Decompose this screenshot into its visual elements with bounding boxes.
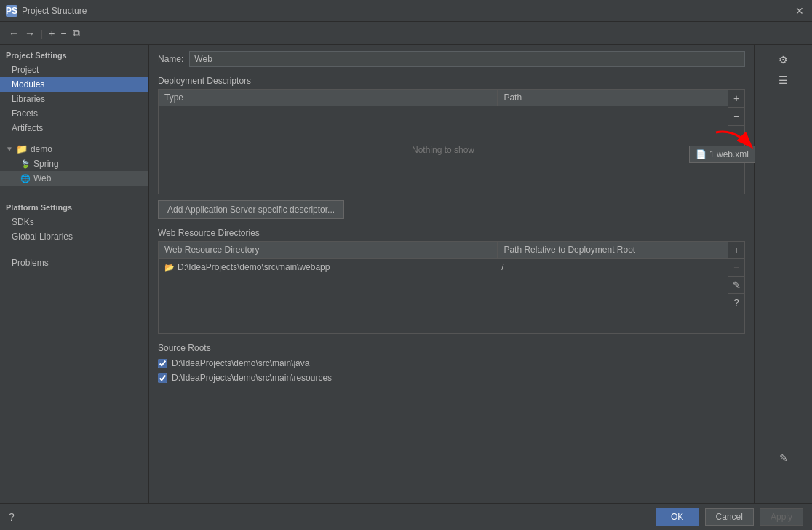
facets-label: Facets (12, 108, 38, 119)
main-content: Project Settings Project Modules Librari… (0, 45, 812, 503)
source-root-java-checkbox[interactable] (158, 359, 167, 368)
source-roots-section: Source Roots D:\IdeaProjects\demo\src\ma… (149, 340, 754, 385)
webxml-popup-container: 📄 1 web.xml (689, 146, 755, 163)
toolbar: ← → | + − ⧉ (0, 22, 812, 45)
forward-button[interactable]: → (22, 26, 38, 41)
wr-add-button[interactable]: + (728, 242, 744, 259)
wr-table-header: Web Resource Directory Path Relative to … (159, 242, 728, 258)
add-button[interactable]: + (46, 26, 57, 41)
help-button[interactable]: ? (9, 511, 15, 523)
tree-web[interactable]: 🌐 Web (0, 171, 148, 186)
web-label: Web (33, 173, 51, 183)
web-resource-title: Web Resource Directories (149, 225, 754, 241)
sidebar-item-global-libraries[interactable]: Global Libraries (0, 229, 148, 244)
remove-button[interactable]: − (57, 26, 69, 41)
source-root-java-path: D:\IdeaProjects\demo\src\main\java (172, 358, 309, 368)
tree-spring[interactable]: 🍃 Spring (0, 157, 148, 171)
spring-icon: 🍃 (20, 159, 31, 169)
dd-table-header: Type Path (159, 90, 728, 106)
global-libraries-label: Global Libraries (12, 232, 73, 242)
dir-icon: 📂 (164, 263, 175, 272)
dd-table: Type Path Nothing to show (159, 90, 728, 194)
wr-table-row: 📂 D:\IdeaProjects\demo\src\main\webapp / (159, 258, 728, 275)
sidebar-item-sdks[interactable]: SDKs (0, 215, 148, 229)
source-root-resources: D:\IdeaProjects\demo\src\main\resources (149, 371, 754, 385)
web-resource-section: Web Resource Directory Path Relative to … (158, 241, 745, 334)
dd-add-button[interactable]: + (728, 90, 744, 108)
sdks-label: SDKs (12, 217, 34, 227)
list-icon-btn[interactable]: ☰ (775, 71, 792, 89)
spring-label: Spring (33, 159, 59, 169)
back-button[interactable]: ← (6, 26, 22, 41)
apply-button[interactable]: Apply (760, 508, 803, 526)
sidebar-item-problems[interactable]: Problems (0, 256, 148, 270)
path-col-header: Path (498, 90, 728, 106)
edit-icon-btn[interactable]: ✎ (775, 449, 792, 467)
wr-col2-header: Path Relative to Deployment Root (498, 242, 728, 258)
close-button[interactable]: ✕ (793, 4, 806, 17)
webxml-label: 1 web.xml (709, 149, 749, 159)
source-root-resources-path: D:\IdeaProjects\demo\src\main\resources (172, 373, 332, 383)
ok-button[interactable]: OK (656, 508, 699, 526)
content-scroll: Name: Deployment Descriptors Type Path (149, 45, 754, 503)
sidebar-item-artifacts[interactable]: Artifacts (0, 121, 148, 135)
web-icon: 🌐 (20, 174, 31, 183)
add-descriptor-button[interactable]: Add Application Server specific descript… (158, 200, 344, 219)
name-label: Name: (158, 54, 183, 64)
problems-label: Problems (12, 258, 49, 268)
wr-rel-value: / (501, 262, 503, 272)
wr-col1-header: Web Resource Directory (159, 242, 498, 258)
source-root-java: D:\IdeaProjects\demo\src\main\java (149, 356, 754, 371)
sidebar-item-project[interactable]: Project (0, 63, 148, 77)
dd-table-body: Nothing to show (159, 106, 728, 194)
project-label: Project (12, 65, 39, 75)
wr-path-value: D:\IdeaProjects\demo\src\main\webapp (178, 262, 330, 272)
name-input[interactable] (189, 51, 745, 67)
app-icon: PS (6, 5, 17, 17)
expand-icon: ▼ (6, 145, 13, 153)
project-settings-heading: Project Settings (0, 45, 148, 63)
sidebar: Project Settings Project Modules Librari… (0, 45, 149, 503)
deployment-descriptors-title: Deployment Descriptors (149, 73, 754, 89)
name-row: Name: (149, 45, 754, 73)
sidebar-item-libraries[interactable]: Libraries (0, 92, 148, 106)
wr-help-button[interactable]: ? (728, 294, 744, 311)
webxml-icon: 📄 (696, 149, 706, 159)
source-roots-title: Source Roots (149, 340, 754, 356)
title-bar: PS Project Structure ✕ (0, 0, 812, 22)
right-panel: ⚙ ☰ 📄 1 web.xml (754, 45, 812, 503)
deployment-descriptors-section: Type Path Nothing to show + − (158, 89, 745, 194)
dd-side-buttons: + − (728, 90, 744, 194)
dd-table-wrap: Type Path Nothing to show + − (158, 89, 745, 194)
source-root-resources-checkbox[interactable] (158, 373, 167, 383)
webxml-popup[interactable]: 📄 1 web.xml (689, 146, 755, 163)
cancel-button[interactable]: Cancel (705, 508, 754, 526)
tree-demo[interactable]: ▼ 📁 demo (0, 141, 148, 157)
window-controls: ✕ (793, 4, 806, 17)
libraries-label: Libraries (12, 94, 45, 104)
bottom-bar: ? OK Cancel Apply (0, 503, 812, 530)
content-panel: Name: Deployment Descriptors Type Path (149, 45, 754, 503)
type-col-header: Type (159, 90, 498, 106)
platform-settings-heading: Platform Settings (0, 197, 148, 215)
artifacts-label: Artifacts (12, 123, 43, 133)
wr-edit-button[interactable]: ✎ (728, 277, 744, 294)
sidebar-item-modules[interactable]: Modules (0, 77, 148, 92)
wr-rel-cell: / (495, 262, 722, 272)
wr-table-wrap: Web Resource Directory Path Relative to … (158, 241, 745, 334)
dd-remove-button[interactable]: − (728, 108, 744, 126)
copy-button[interactable]: ⧉ (70, 25, 83, 41)
nothing-to-show: Nothing to show (412, 145, 474, 155)
wr-table: Web Resource Directory Path Relative to … (159, 242, 728, 333)
modules-label: Modules (12, 79, 44, 90)
project-structure-window: PS Project Structure ✕ ← → | + − ⧉ Proje… (0, 0, 812, 530)
demo-label: demo (31, 144, 52, 154)
settings-icon-btn[interactable]: ⚙ (775, 51, 792, 68)
folder-icon: 📁 (16, 143, 28, 154)
sidebar-item-facets[interactable]: Facets (0, 106, 148, 121)
wr-side-buttons: + − ✎ ? (728, 242, 744, 333)
window-title: Project Structure (22, 6, 793, 16)
wr-path-cell: 📂 D:\IdeaProjects\demo\src\main\webapp (164, 262, 495, 272)
wr-remove-button: − (728, 259, 744, 277)
